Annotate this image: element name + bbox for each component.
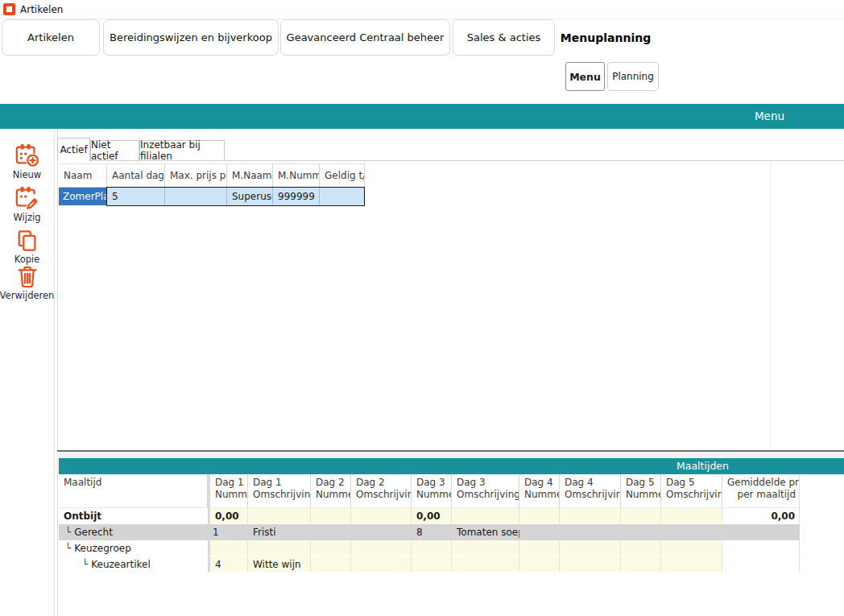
header-line2: Nummer: [524, 489, 556, 501]
nav-tab-artikelen[interactable]: Artikelen: [2, 19, 100, 56]
meal-cell[interactable]: [560, 540, 621, 556]
meals-table: Maaltijd Dag 1Nummer Dag 1Omschrijving D…: [59, 474, 800, 573]
column-header-geldig-tm[interactable]: Geldig t/m: [320, 163, 365, 188]
meal-avg-cell[interactable]: [722, 540, 800, 556]
plan-tab-actief[interactable]: Actief: [57, 138, 90, 161]
meal-cell[interactable]: [351, 556, 412, 573]
meal-avg-cell[interactable]: 0,00: [722, 508, 800, 524]
meals-header-dag1-nummer[interactable]: Dag 1Nummer: [208, 474, 248, 508]
meal-cell[interactable]: [519, 556, 560, 573]
meal-cell[interactable]: [661, 524, 722, 540]
plan-row-cell-m-naam[interactable]: Superuser: [227, 188, 273, 205]
meal-cell[interactable]: 8: [412, 524, 452, 540]
nav-tab-menuplanning-active[interactable]: Menuplanning: [564, 19, 647, 56]
sidebar-action-wijzig[interactable]: Wijzig: [0, 185, 54, 223]
meal-cell[interactable]: [621, 540, 661, 556]
header-line1: Dag 5: [626, 477, 657, 489]
meal-avg-cell[interactable]: [722, 524, 800, 540]
meal-cell[interactable]: [560, 556, 621, 573]
meal-cell[interactable]: [452, 540, 519, 556]
meal-row-label[interactable]: └Gerecht: [59, 524, 208, 540]
meal-cell[interactable]: [248, 508, 311, 524]
meal-cell[interactable]: [519, 508, 560, 524]
meal-cell[interactable]: [311, 524, 351, 540]
meal-label-text: Gerecht: [74, 527, 113, 538]
nav-tab-geavanceerd-centraal-beheer[interactable]: Geavanceerd Centraal beheer: [280, 19, 450, 56]
grid-right-border: [770, 161, 771, 449]
meal-cell[interactable]: [351, 540, 412, 556]
meal-cell[interactable]: [560, 524, 621, 540]
meal-cell[interactable]: [560, 508, 621, 524]
meals-header-dag3-nummer[interactable]: Dag 3Nummer: [412, 474, 452, 508]
plan-row-cell-naam[interactable]: ZomerPlan: [59, 188, 107, 205]
meal-cell[interactable]: 0,00: [208, 508, 248, 524]
header-line2: Nummer: [316, 489, 347, 501]
meals-header-gemiddelde-prijs[interactable]: Gemiddelde prijsper maaltijd: [722, 474, 800, 508]
trash-icon: [15, 265, 39, 289]
sub-tab-menu[interactable]: Menu: [565, 62, 605, 91]
menu-section-caption: Menu: [755, 104, 784, 129]
meal-cell[interactable]: [311, 540, 351, 556]
meals-header-dag1-omschrijving[interactable]: Dag 1Omschrijving: [248, 474, 311, 508]
tree-branch-icon: └: [65, 527, 71, 538]
meals-header-dag2-omschrijving[interactable]: Dag 2Omschrijving: [351, 474, 412, 508]
sidebar-divider: [54, 130, 55, 616]
meal-cell[interactable]: [661, 556, 722, 573]
plan-row-cell-aantal-dagen[interactable]: 5: [107, 188, 165, 205]
meal-cell[interactable]: [351, 508, 412, 524]
nav-tab-sales-acties[interactable]: Sales & acties: [453, 19, 555, 56]
meal-cell[interactable]: [311, 556, 351, 573]
column-header-m-naam[interactable]: M.Naam: [227, 163, 273, 188]
sidebar-action-nieuw[interactable]: Nieuw: [0, 143, 54, 180]
meal-cell[interactable]: 0,00: [412, 508, 452, 524]
column-header-aantal-dagen[interactable]: Aantal dagen: [107, 163, 165, 188]
meal-cell[interactable]: [452, 556, 519, 573]
meal-cell[interactable]: Fristi: [248, 524, 311, 540]
plan-row-cell-geldig-tm[interactable]: [320, 188, 365, 205]
meal-cell[interactable]: [452, 508, 519, 524]
plan-row-cell-m-nummer[interactable]: 999999: [273, 188, 320, 205]
panel-splitter-gap: [57, 452, 844, 458]
plan-tab-inzetbaar-bij-filialen[interactable]: Inzetbaar bij filialen: [139, 140, 225, 160]
nav-tab-bereidingswijzen[interactable]: Bereidingswijzen en bijverkoop: [103, 19, 279, 56]
sub-tab-planning[interactable]: Planning: [607, 62, 659, 91]
meals-header-dag2-nummer[interactable]: Dag 2Nummer: [311, 474, 351, 508]
meals-header-dag4-omschrijving[interactable]: Dag 4Omschrijving: [560, 474, 621, 508]
meal-cell[interactable]: [621, 556, 661, 573]
sidebar-action-kopie[interactable]: Kopie: [0, 229, 54, 265]
plan-row-cell-max-prijs[interactable]: [165, 188, 227, 205]
column-header-m-nummer[interactable]: M.Nummer: [273, 163, 320, 188]
meal-row-label[interactable]: └Keuzegroep: [59, 540, 208, 556]
meal-cell[interactable]: [661, 508, 722, 524]
meal-cell[interactable]: 4: [208, 556, 248, 573]
sidebar-action-label: Kopie: [14, 254, 40, 265]
meal-cell[interactable]: Tomaten soep: [452, 524, 519, 540]
meals-header-dag3-omschrijving[interactable]: Dag 3Omschrijving: [452, 474, 519, 508]
meal-cell[interactable]: [248, 540, 311, 556]
meals-header-dag4-nummer[interactable]: Dag 4Nummer: [519, 474, 560, 508]
meal-cell[interactable]: [621, 508, 661, 524]
column-header-max-prijs[interactable]: Max. prijs p.p.: [165, 163, 227, 188]
meal-row-label[interactable]: └Keuzeartikel: [59, 556, 208, 573]
meal-avg-cell[interactable]: [722, 556, 800, 573]
meal-cell[interactable]: [311, 508, 351, 524]
meal-cell[interactable]: [351, 524, 412, 540]
meal-cell[interactable]: 1: [208, 524, 248, 540]
meals-header-maaltijd[interactable]: Maaltijd: [59, 474, 208, 508]
meal-row-label[interactable]: Ontbijt: [59, 508, 208, 524]
meal-cell[interactable]: [208, 540, 248, 556]
meal-cell[interactable]: [412, 540, 452, 556]
meal-cell[interactable]: [519, 540, 560, 556]
meal-cell[interactable]: Witte wijn: [248, 556, 311, 573]
meal-cell[interactable]: [661, 540, 722, 556]
meal-label-text: Ontbijt: [64, 511, 101, 522]
plan-tab-niet-actief[interactable]: Niet actief: [90, 140, 139, 160]
sidebar-action-verwijderen[interactable]: Verwijderen: [0, 265, 54, 301]
meals-header-dag5-omschrijving[interactable]: Dag 5Omschrijving: [661, 474, 722, 508]
meals-header-dag5-nummer[interactable]: Dag 5Nummer: [621, 474, 661, 508]
meal-cell[interactable]: [519, 524, 560, 540]
column-header-naam[interactable]: Naam: [59, 163, 107, 188]
tree-branch-icon: └: [82, 559, 88, 570]
meal-cell[interactable]: [412, 556, 452, 573]
meal-cell[interactable]: [621, 524, 661, 540]
